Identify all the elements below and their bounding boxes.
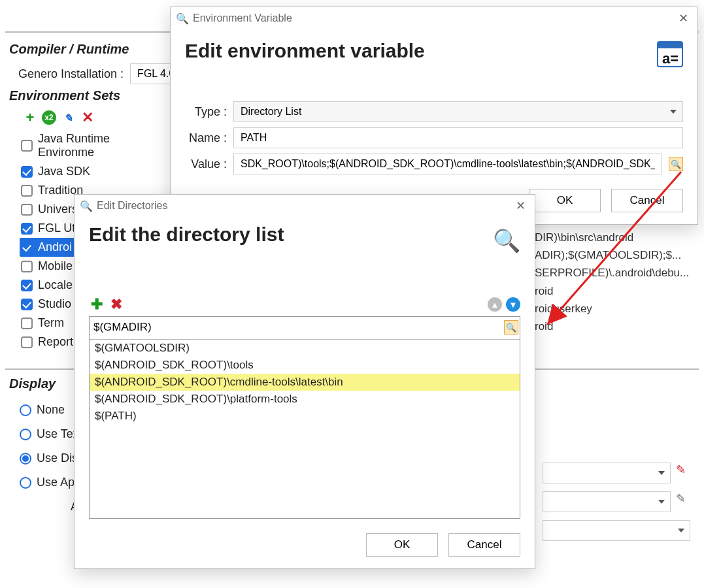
radio-label: None [37, 403, 65, 417]
move-down-icon[interactable]: ▼ [506, 297, 520, 312]
env-list-item-label: Java SDK [38, 165, 90, 178]
radio[interactable] [20, 453, 31, 465]
env-var-hero-icon: a= [657, 41, 683, 67]
name-input[interactable] [233, 127, 683, 148]
env-list-item-label: Mobile [38, 259, 73, 273]
directory-edit-input[interactable] [91, 317, 504, 338]
radio[interactable] [20, 404, 31, 416]
duplicate-icon[interactable]: x2 [42, 110, 56, 125]
dropdown[interactable] [543, 491, 671, 512]
edit-directories-dialog: 🔍 Edit Directories ✕ Edit the directory … [74, 194, 535, 569]
radio[interactable] [20, 429, 31, 440]
cancel-button[interactable]: Cancel [611, 189, 683, 212]
search-icon: 🔍 [80, 200, 93, 212]
browse-dir-icon[interactable]: 🔍 [504, 320, 518, 335]
checkbox[interactable] [21, 261, 33, 272]
search-icon: 🔍 [176, 12, 189, 25]
env-list-item-label: Report [38, 335, 73, 349]
add-icon[interactable]: ✚ [89, 297, 105, 312]
checkbox[interactable] [21, 318, 33, 329]
directory-list-item[interactable]: $(ANDROID_SDK_ROOT)\cmdline-tools\latest… [90, 374, 520, 391]
edit-icon[interactable]: ✎ [60, 110, 76, 125]
add-icon[interactable]: + [22, 110, 38, 125]
dropdown[interactable] [543, 520, 690, 541]
directory-list: 🔍 $(GMATOOLSDIR)$(ANDROID_SDK_ROOT)\tool… [89, 316, 520, 519]
dir-toolbar: ✚ ✖ ▲ ▼ [89, 297, 520, 312]
svg-text:a=: a= [662, 50, 679, 67]
directory-list-item[interactable]: $(ANDROID_SDK_ROOT)\platform-tools [90, 391, 520, 408]
type-select[interactable] [233, 101, 683, 122]
env-list-item-label: Androi [38, 240, 72, 254]
checkbox[interactable] [21, 223, 33, 235]
checkbox[interactable] [21, 242, 33, 253]
ok-button[interactable]: OK [529, 189, 601, 212]
pencil-grey-icon[interactable]: ✎ [676, 491, 690, 506]
ok-button[interactable]: OK [366, 533, 438, 557]
rhs-value-line: SERPROFILE)\.android\debu... [535, 264, 698, 282]
checkbox[interactable] [21, 166, 33, 178]
move-up-icon[interactable]: ▲ [488, 297, 502, 312]
rhs-value-line: roiduserkey [535, 300, 698, 318]
directory-list-item[interactable]: $(GMATOOLSDIR) [90, 340, 520, 357]
delete-icon[interactable]: ✖ [109, 297, 124, 312]
delete-icon[interactable]: ✕ [80, 110, 95, 125]
browse-value-icon[interactable]: 🔍 [669, 157, 683, 171]
checkbox[interactable] [21, 280, 33, 291]
env-list-item-label: Univers [38, 203, 78, 216]
radio[interactable] [20, 477, 31, 489]
rhs-value-line: ADIR);$(GMATOOLSDIR);$... [535, 246, 698, 264]
env-var-window-title: Environment Variable [193, 12, 292, 24]
close-icon[interactable]: ✕ [675, 10, 692, 27]
svg-rect-1 [658, 42, 682, 48]
type-label: Type : [185, 105, 227, 119]
directory-list-item[interactable]: $(PATH) [90, 408, 520, 425]
checkbox[interactable] [21, 185, 33, 197]
value-input[interactable] [233, 154, 662, 174]
checkbox[interactable] [21, 204, 33, 216]
checkbox[interactable] [21, 336, 33, 348]
env-list-item-label: Java Runtime Environme [38, 132, 169, 159]
fgl-install-label: Genero Installation : [18, 67, 124, 81]
checkbox[interactable] [21, 140, 33, 152]
env-list-item-label: Locale [38, 278, 73, 292]
env-list-item-label: Studio [38, 297, 71, 311]
edit-dir-window-title: Edit Directories [97, 200, 167, 212]
pencil-red-icon[interactable]: ✎ [676, 463, 690, 477]
env-var-heading: Edit environment variable [185, 40, 683, 62]
directory-list-item[interactable]: $(ANDROID_SDK_ROOT)\tools [90, 357, 520, 374]
rhs-value-line: roid [535, 318, 698, 335]
env-var-titlebar: 🔍 Environment Variable ✕ [171, 7, 697, 29]
rhs-value-line: roid [535, 282, 698, 300]
checkbox[interactable] [21, 299, 33, 310]
cancel-button[interactable]: Cancel [448, 533, 520, 557]
dropdown[interactable] [543, 463, 671, 483]
rhs-value-line: DIR)\bin\src\android [535, 229, 698, 246]
directory-edit-row: 🔍 [90, 317, 520, 340]
edit-dir-heading: Edit the directory list [89, 223, 284, 246]
magnifier-hero-icon: 🔍 [493, 227, 520, 253]
env-list-item[interactable]: Java SDK [20, 162, 170, 181]
rhs-values: DIR)\bin\src\androidADIR);$(GMATOOLSDIR)… [535, 229, 698, 335]
edit-dir-titlebar: 🔍 Edit Directories ✕ [75, 195, 535, 217]
close-icon[interactable]: ✕ [512, 197, 529, 214]
value-label: Value : [185, 157, 227, 171]
env-var-dialog: 🔍 Environment Variable ✕ Edit environmen… [170, 7, 698, 225]
name-label: Name : [185, 131, 227, 145]
env-list-item-label: Term [38, 316, 64, 330]
env-list-item[interactable]: Java Runtime Environme [20, 129, 170, 162]
